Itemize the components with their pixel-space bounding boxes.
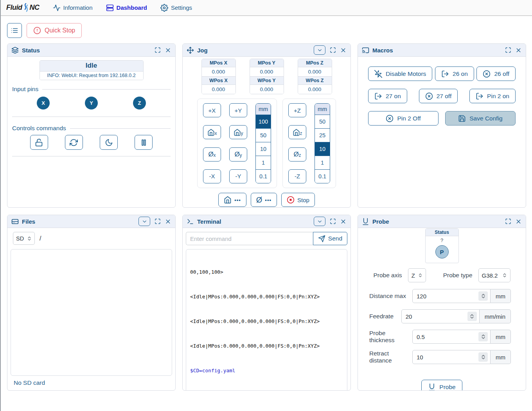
close-icon[interactable] — [165, 47, 171, 54]
xy-scale-option-100[interactable]: 100 — [256, 115, 271, 129]
close-icon[interactable] — [165, 218, 171, 225]
nav-settings[interactable]: Settings — [160, 4, 192, 12]
command-input[interactable] — [186, 232, 313, 245]
jog-y-plus-button[interactable]: +Y — [229, 103, 247, 117]
probe-panel-title: Probe — [372, 218, 389, 225]
xy-scale-option-1[interactable]: 1 — [256, 156, 271, 170]
unit-label: mm — [491, 289, 511, 303]
z-scale-option-50[interactable]: 50 — [315, 115, 330, 129]
collapse-button[interactable] — [314, 217, 325, 226]
zero-y-button[interactable]: Ø y — [229, 147, 247, 162]
macros-panel-body: Disable Motors 26 on 26 off 27 on — [358, 57, 526, 207]
collapse-button[interactable] — [138, 217, 150, 226]
home-x-button[interactable]: x — [203, 125, 221, 139]
jog-y-minus-button[interactable]: -Y — [229, 169, 247, 183]
number-spinner[interactable] — [478, 352, 488, 362]
wpos-y-label: WPos Y — [250, 76, 284, 84]
macro-pin2-on-button[interactable]: Pin 2 on — [469, 89, 516, 103]
terminal-line: <Idle|MPos:0.000,0.000,0.000|FS:0,0|Pn:X… — [190, 317, 343, 325]
sleep-button[interactable] — [100, 135, 118, 150]
zero-x-button[interactable]: Ø x — [203, 147, 221, 162]
probe-start-button[interactable]: Probe — [421, 380, 462, 391]
macro-pin2-off-button[interactable]: Pin 2 Off — [368, 111, 439, 126]
number-spinner[interactable] — [478, 332, 488, 341]
close-icon[interactable] — [515, 218, 522, 225]
alert-circle-icon — [33, 27, 41, 34]
home-all-button[interactable]: ••• — [218, 193, 246, 207]
number-spinner[interactable] — [467, 312, 477, 321]
z-scale-option-25[interactable]: 25 — [315, 129, 330, 142]
macro-27-on-button[interactable]: 27 on — [368, 89, 407, 103]
z-scale-option-1[interactable]: 1 — [315, 156, 330, 170]
jog-z-minus-button[interactable]: -Z — [288, 169, 306, 183]
xy-scale-option-0.1[interactable]: 0.1 — [256, 170, 271, 183]
home-y-button[interactable]: y — [229, 125, 247, 139]
file-list[interactable] — [11, 249, 172, 376]
macro-27-off-button[interactable]: 27 off — [419, 89, 458, 103]
maximize-icon[interactable] — [329, 218, 336, 225]
macro-disable-motors-button[interactable]: Disable Motors — [368, 66, 432, 81]
files-status-message: No SD card — [10, 376, 173, 390]
unlock-button[interactable] — [30, 135, 48, 150]
jog-z-plus-button[interactable]: +Z — [288, 103, 306, 117]
maximize-icon[interactable] — [329, 47, 336, 54]
log-out-icon — [441, 70, 449, 78]
send-button[interactable]: Send — [313, 232, 347, 245]
jog-panel-actions — [314, 45, 347, 55]
position-readouts: MPos X 0.000 WPos X 0.000 MPos Y 0.000 W… — [183, 58, 350, 94]
zero-all-button[interactable]: Ø ••• — [251, 193, 277, 207]
probe-axis-row: Probe axis Z Probe type G38.2 — [358, 268, 526, 282]
xy-scale-option-10[interactable]: 10 — [256, 142, 271, 156]
scale-unit-label: mm — [315, 104, 330, 115]
wpos-x-value: 0.000 — [202, 84, 235, 94]
probe-axis-select[interactable]: Z — [408, 268, 426, 282]
maximize-icon[interactable] — [505, 218, 511, 225]
macro-26-on-button[interactable]: 26 on — [435, 66, 474, 81]
z-scale-option-0.1[interactable]: 0.1 — [315, 170, 330, 183]
close-icon[interactable] — [515, 47, 522, 54]
home-z-button[interactable]: z — [288, 125, 306, 139]
drive-path-row: SD / — [13, 232, 170, 245]
stop-label: Stop — [297, 197, 309, 203]
number-spinner[interactable] — [478, 291, 488, 301]
macro-save-config-button[interactable]: Save Config — [445, 111, 516, 126]
probe-pin-indicator[interactable]: P — [435, 245, 449, 258]
jog-x-plus-button[interactable]: +X — [203, 103, 221, 117]
close-icon[interactable] — [340, 47, 347, 54]
probe-type-select[interactable]: G38.2 — [478, 268, 510, 282]
maximize-icon[interactable] — [154, 47, 161, 54]
jog-stop-button[interactable]: Stop — [281, 193, 315, 207]
terminal-line: <Idle|MPos:0.000,0.000,0.000|FS:0,0|Pn:X… — [190, 293, 343, 301]
layers-icon — [11, 47, 19, 54]
input-wrap — [412, 289, 491, 303]
pin-z-indicator: Z — [133, 97, 146, 109]
jog-x-minus-button[interactable]: -X — [203, 169, 221, 183]
moon-icon — [105, 138, 113, 147]
macro-label: Pin 2 Off — [397, 115, 421, 122]
macro-label: 26 on — [453, 70, 468, 77]
jog-pads: +X x Ø x -X +Y — [183, 99, 350, 188]
terminal-output[interactable]: 00,100,100> <Idle|MPos:0.000,0.000,0.000… — [186, 249, 347, 391]
macro-26-off-button[interactable]: 26 off — [476, 66, 516, 81]
send-label: Send — [328, 235, 342, 242]
files-panel-title: Files — [22, 218, 35, 225]
nav-dashboard[interactable]: Dashboard — [106, 4, 147, 12]
nav-information[interactable]: Information — [53, 4, 93, 12]
reset-button[interactable] — [65, 135, 83, 150]
macros-panel-actions — [505, 47, 522, 54]
z-scale-option-10[interactable]: 10 — [315, 142, 330, 156]
close-icon[interactable] — [340, 218, 347, 225]
panel-menu-button[interactable] — [7, 23, 22, 38]
drive-select[interactable]: SD — [13, 232, 35, 245]
pause-button[interactable] — [135, 135, 153, 150]
nav-settings-label: Settings — [171, 4, 192, 11]
maximize-icon[interactable] — [505, 47, 511, 54]
collapse-button[interactable] — [314, 45, 325, 55]
scale-unit-label: mm — [256, 104, 271, 115]
quick-stop-button[interactable]: Quick Stop — [27, 23, 82, 38]
maximize-icon[interactable] — [154, 218, 161, 225]
home-icon — [293, 129, 300, 136]
zero-z-button[interactable]: Ø z — [288, 147, 306, 162]
ellipsis: ••• — [265, 197, 271, 203]
xy-scale-option-50[interactable]: 50 — [256, 129, 271, 142]
